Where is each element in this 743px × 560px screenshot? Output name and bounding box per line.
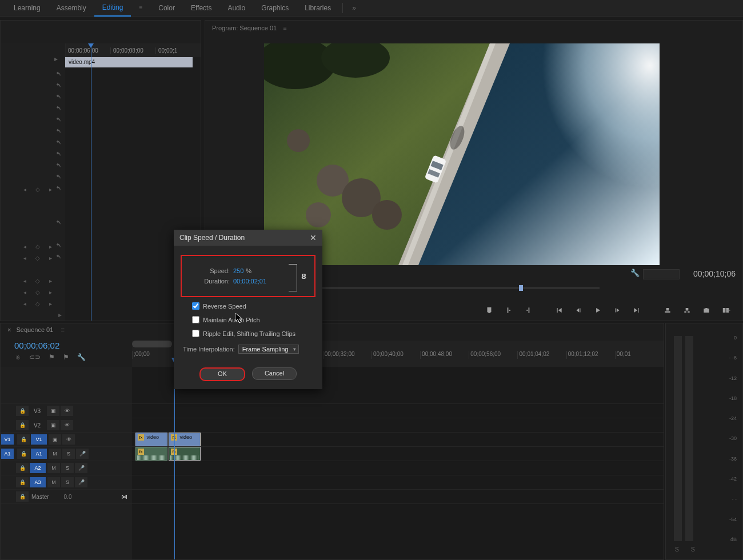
editing-menu-chevron-icon[interactable]: ≡ bbox=[131, 0, 150, 16]
go-to-in-icon[interactable] bbox=[552, 303, 566, 317]
dialog-title-bar[interactable]: Clip Speed / Duration ✕ bbox=[174, 230, 322, 246]
undo-icon[interactable] bbox=[54, 71, 62, 78]
undo-icon[interactable] bbox=[54, 117, 62, 124]
undo-icon[interactable] bbox=[54, 105, 62, 113]
track-header-v1[interactable]: V1 🔒 V1 ▣ 👁 bbox=[1, 433, 132, 447]
source-ruler[interactable]: 00;00;06;00 00;00;08;00 00;00;1 bbox=[65, 43, 201, 57]
undo-icon[interactable] bbox=[54, 162, 62, 170]
undo-icon[interactable] bbox=[54, 82, 62, 90]
ripple-edit-input[interactable] bbox=[192, 330, 199, 337]
mark-in-icon[interactable] bbox=[501, 303, 516, 317]
bowtie-icon[interactable]: ⋈ bbox=[121, 493, 127, 501]
source-playhead[interactable] bbox=[91, 43, 91, 321]
play-icon[interactable] bbox=[590, 303, 605, 317]
track-target-a3[interactable]: A3 bbox=[30, 477, 46, 487]
extract-icon[interactable] bbox=[680, 303, 694, 317]
linked-selection-icon[interactable]: ⊂⊃ bbox=[29, 353, 41, 361]
workspace-tab-learning[interactable]: Learning bbox=[6, 0, 49, 16]
keyframe-nav[interactable]: ◂◇▸ bbox=[23, 186, 52, 194]
solo-button[interactable]: S bbox=[691, 546, 695, 553]
close-icon[interactable]: × bbox=[7, 326, 11, 333]
track-target-a2[interactable]: A2 bbox=[30, 463, 46, 473]
track-header-a1[interactable]: A1 🔒 A1 M S 🎤 bbox=[1, 447, 132, 461]
timeline-clip-audio-a[interactable]: fx bbox=[135, 447, 167, 461]
workspace-tab-color[interactable]: Color bbox=[150, 0, 183, 16]
undo-icon[interactable] bbox=[54, 151, 62, 158]
track-lock-icon[interactable]: 🔒 bbox=[17, 449, 30, 459]
speed-value[interactable]: 250 bbox=[233, 267, 243, 274]
panel-menu-icon[interactable]: ≡ bbox=[61, 326, 64, 333]
timeline-clip-video-b[interactable]: fx video bbox=[169, 433, 201, 446]
undo-icon[interactable] bbox=[54, 254, 62, 261]
marker-tool-icon[interactable]: ⚑ bbox=[49, 353, 55, 361]
track-content-area[interactable]: fx video fx video fx fx bbox=[132, 367, 664, 559]
workspace-tab-effects[interactable]: Effects bbox=[183, 0, 219, 16]
step-back-icon[interactable] bbox=[571, 303, 586, 317]
workspace-tab-libraries[interactable]: Libraries bbox=[297, 0, 339, 16]
track-lock-icon[interactable]: 🔒 bbox=[17, 434, 30, 445]
workspace-tab-audio[interactable]: Audio bbox=[219, 0, 253, 16]
solo-button[interactable]: S bbox=[62, 449, 75, 459]
solo-button[interactable]: S bbox=[61, 477, 74, 487]
reverse-speed-checkbox[interactable]: Reverse Speed bbox=[190, 301, 317, 311]
track-v1-lane[interactable]: fx video fx video bbox=[132, 433, 664, 447]
maintain-pitch-checkbox[interactable]: Maintain Audio Pitch bbox=[190, 314, 317, 325]
undo-icon[interactable] bbox=[54, 242, 62, 250]
mark-out-icon[interactable] bbox=[521, 303, 536, 317]
track-target-a1[interactable]: A1 bbox=[31, 449, 47, 459]
panel-menu-icon[interactable]: ≡ bbox=[283, 25, 286, 31]
timeline-zoom-bar[interactable] bbox=[132, 341, 172, 347]
timeline-cti[interactable]: 00;00;06;02 bbox=[14, 341, 59, 350]
step-forward-icon[interactable] bbox=[610, 303, 625, 317]
track-lock-icon[interactable]: 🔒 bbox=[16, 491, 29, 502]
master-value[interactable]: 0.0 bbox=[64, 494, 72, 500]
workspace-overflow-icon[interactable]: » bbox=[346, 4, 362, 12]
track-header-master[interactable]: 🔒 Master 0.0 ⋈ bbox=[1, 490, 132, 504]
source-patch-v1[interactable]: V1 bbox=[1, 434, 14, 445]
settings-icon[interactable]: ⚑ bbox=[63, 353, 69, 361]
workspace-tab-assembly[interactable]: Assembly bbox=[49, 0, 94, 16]
undo-icon[interactable] bbox=[54, 139, 62, 147]
track-header-a2[interactable]: 🔒 A2 M S 🎤 bbox=[1, 461, 132, 475]
go-to-out-icon[interactable] bbox=[629, 303, 644, 317]
mute-button[interactable]: M bbox=[47, 477, 60, 487]
ok-button[interactable]: OK bbox=[199, 367, 245, 381]
export-frame-icon[interactable] bbox=[699, 303, 714, 317]
mute-button[interactable]: M bbox=[47, 463, 60, 473]
solo-button[interactable]: S bbox=[61, 463, 74, 473]
track-eye-icon[interactable]: 👁 bbox=[61, 406, 73, 416]
track-toggle-icon[interactable]: ▣ bbox=[49, 434, 61, 445]
voice-over-icon[interactable]: 🎤 bbox=[76, 449, 89, 459]
track-lock-icon[interactable]: 🔒 bbox=[16, 406, 29, 416]
track-target-v1[interactable]: V1 bbox=[31, 434, 47, 445]
track-eye-icon[interactable]: 👁 bbox=[61, 420, 73, 430]
track-a1-lane[interactable]: fx fx bbox=[132, 447, 664, 461]
zoom-level-box[interactable] bbox=[643, 269, 680, 279]
keyframe-nav[interactable]: ◂◇▸ bbox=[23, 243, 52, 251]
duration-value[interactable]: 00;00;02;01 bbox=[233, 278, 266, 285]
wrench-icon[interactable]: 🔧 bbox=[77, 353, 86, 361]
timeline-clip-video-a[interactable]: fx video bbox=[135, 433, 167, 446]
track-toggle-icon[interactable]: ▣ bbox=[47, 406, 59, 416]
chevron-right-icon[interactable]: ▸ bbox=[58, 311, 62, 319]
lift-icon[interactable] bbox=[660, 303, 675, 317]
program-timecode[interactable]: 00;00;10;06 bbox=[693, 269, 736, 278]
link-icon[interactable]: 𝟴 bbox=[301, 272, 306, 281]
add-marker-icon[interactable] bbox=[482, 303, 497, 317]
source-clip[interactable]: video.mp4 bbox=[65, 57, 193, 67]
track-eye-icon[interactable]: 👁 bbox=[62, 434, 75, 445]
wrench-icon[interactable]: 🔧 bbox=[630, 269, 640, 277]
program-viewer[interactable] bbox=[264, 43, 660, 265]
undo-icon[interactable] bbox=[54, 94, 62, 101]
timeline-playhead[interactable] bbox=[174, 367, 175, 559]
mute-button[interactable]: M bbox=[49, 449, 61, 459]
solo-button[interactable]: S bbox=[675, 546, 679, 553]
time-interpolation-select[interactable]: Frame Sampling ▾ bbox=[238, 345, 299, 354]
cancel-button[interactable]: Cancel bbox=[252, 367, 297, 380]
track-lock-icon[interactable]: 🔒 bbox=[16, 477, 29, 487]
close-icon[interactable]: ✕ bbox=[310, 230, 317, 246]
chevron-right-icon[interactable]: ▸ bbox=[54, 55, 62, 62]
reverse-speed-input[interactable] bbox=[192, 302, 199, 310]
track-lock-icon[interactable]: 🔒 bbox=[16, 420, 29, 430]
keyframe-nav[interactable]: ◂◇▸ bbox=[23, 301, 52, 309]
